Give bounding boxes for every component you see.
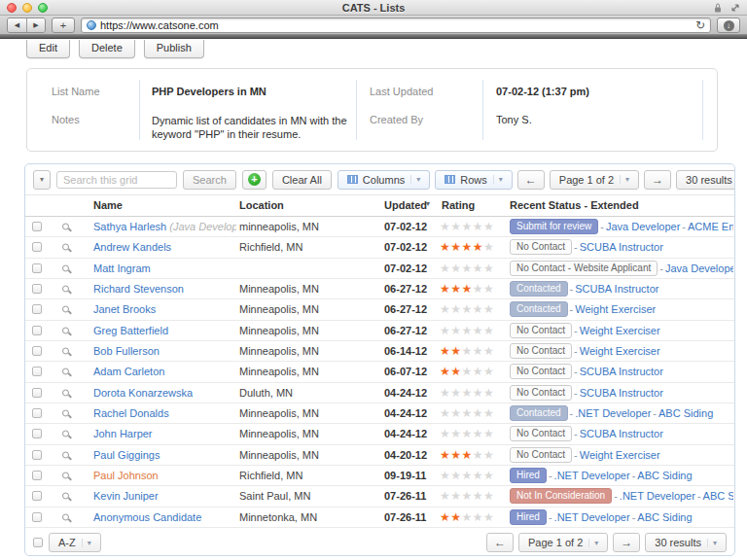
- candidate-link[interactable]: Sathya Harlesh: [93, 221, 166, 232]
- header-recent-status[interactable]: Recent Status - Extended: [510, 199, 639, 211]
- back-button[interactable]: ◀: [8, 18, 26, 32]
- header-name[interactable]: Name: [93, 199, 123, 211]
- status-link[interactable]: Java Developer: [665, 262, 733, 274]
- status-link[interactable]: .NET Developer: [554, 511, 630, 523]
- status-link[interactable]: Weight Exerciser: [580, 325, 660, 336]
- row-checkbox[interactable]: [32, 346, 42, 356]
- row-checkbox[interactable]: [32, 284, 42, 294]
- row-checkbox[interactable]: [32, 408, 42, 418]
- rows-dropdown[interactable]: Rows▾: [435, 170, 513, 190]
- status-link[interactable]: SCUBA Instructor: [580, 366, 663, 377]
- status-link[interactable]: Java Developer: [606, 221, 680, 232]
- candidate-link[interactable]: Janet Brooks: [93, 303, 156, 315]
- row-checkbox[interactable]: [32, 491, 42, 501]
- row-search-icon[interactable]: [62, 410, 69, 417]
- candidate-link[interactable]: Dorota Konarzewska: [93, 387, 193, 399]
- candidate-link[interactable]: Matt Ingram: [93, 262, 151, 274]
- row-search-icon[interactable]: [62, 224, 69, 230]
- edit-button[interactable]: Edit: [26, 40, 70, 58]
- close-window-button[interactable]: [7, 3, 17, 13]
- candidate-link[interactable]: Andrew Kandels: [93, 241, 171, 253]
- header-updated[interactable]: Updated: [384, 199, 427, 211]
- search-input[interactable]: [56, 171, 177, 189]
- search-options-dropdown[interactable]: ▾: [33, 170, 51, 190]
- status-link[interactable]: SCUBA Instructor: [580, 387, 663, 399]
- row-checkbox[interactable]: [32, 242, 42, 252]
- columns-dropdown[interactable]: Columns▾: [338, 170, 430, 190]
- row-search-icon[interactable]: [62, 348, 69, 355]
- status-link[interactable]: SCUBA Instructor: [580, 428, 663, 439]
- row-search-icon[interactable]: [62, 244, 69, 251]
- candidate-link[interactable]: Richard Stevenson: [93, 283, 184, 295]
- status-link[interactable]: Weight Exerciser: [580, 345, 660, 357]
- status-link[interactable]: .NET Developer: [620, 490, 695, 502]
- prev-page-button[interactable]: ←: [517, 170, 545, 190]
- url-text[interactable]: https://www.catsone.com: [100, 19, 692, 31]
- candidate-link[interactable]: Rachel Donalds: [93, 407, 169, 419]
- row-search-icon[interactable]: [62, 389, 69, 396]
- resize-icon[interactable]: [730, 0, 740, 17]
- row-search-icon[interactable]: [62, 451, 69, 458]
- row-search-icon[interactable]: [62, 431, 69, 438]
- zoom-window-button[interactable]: [38, 3, 48, 13]
- status-link[interactable]: Weight Exerciser: [580, 449, 660, 461]
- clear-all-button[interactable]: Clear All: [272, 170, 332, 190]
- row-search-icon[interactable]: [62, 513, 69, 520]
- row-search-icon[interactable]: [62, 327, 69, 333]
- results-per-page-dropdown[interactable]: 30 results▾: [645, 533, 727, 552]
- row-checkbox[interactable]: [32, 450, 42, 460]
- candidate-link[interactable]: Bob Fullerson: [93, 345, 160, 357]
- status-link[interactable]: .NET Developer: [554, 470, 630, 481]
- address-bar[interactable]: https://www.catsone.com ↻: [81, 18, 711, 33]
- next-page-button[interactable]: →: [613, 533, 640, 552]
- status-link[interactable]: SCUBA Instructor: [580, 241, 663, 253]
- add-filter-button[interactable]: +: [242, 170, 267, 190]
- row-checkbox[interactable]: [32, 304, 42, 314]
- candidate-link[interactable]: Adam Carleton: [93, 366, 164, 377]
- row-search-icon[interactable]: [62, 286, 69, 293]
- row-search-icon[interactable]: [62, 472, 69, 479]
- row-checkbox[interactable]: [32, 388, 42, 398]
- row-checkbox[interactable]: [32, 263, 42, 273]
- delete-button[interactable]: Delete: [79, 40, 135, 58]
- select-all-checkbox[interactable]: [33, 538, 43, 547]
- status-link[interactable]: ABC Siding: [658, 407, 713, 419]
- row-checkbox[interactable]: [32, 512, 42, 522]
- forward-button[interactable]: ▶: [26, 18, 45, 32]
- header-rating[interactable]: Rating: [442, 199, 475, 211]
- status-link[interactable]: ABC Siding: [637, 511, 692, 523]
- status-link[interactable]: ACME Enterpris: [688, 221, 733, 232]
- row-checkbox[interactable]: [32, 429, 42, 438]
- status-link[interactable]: SCUBA Instructor: [575, 283, 658, 295]
- row-search-icon[interactable]: [62, 368, 69, 375]
- status-link[interactable]: Weight Exerciser: [575, 303, 656, 315]
- candidate-link[interactable]: Paul Johnson: [93, 470, 159, 481]
- row-search-icon[interactable]: [62, 264, 69, 271]
- row-checkbox[interactable]: [32, 471, 42, 480]
- row-checkbox[interactable]: [32, 367, 42, 376]
- status-link[interactable]: ABC Siding: [703, 490, 733, 502]
- header-location[interactable]: Location: [239, 199, 284, 211]
- candidate-link[interactable]: Paul Giggings: [93, 449, 160, 461]
- candidate-link[interactable]: Greg Batterfield: [93, 325, 168, 336]
- row-checkbox[interactable]: [32, 222, 42, 231]
- candidate-link[interactable]: Anonymous Candidate: [93, 511, 201, 523]
- next-page-button[interactable]: →: [644, 170, 671, 190]
- page-dropdown[interactable]: Page 1 of 2▾: [518, 533, 608, 552]
- publish-button[interactable]: Publish: [144, 40, 204, 58]
- prev-page-button[interactable]: ←: [486, 533, 514, 552]
- row-checkbox[interactable]: [32, 326, 42, 335]
- status-link[interactable]: ABC Siding: [637, 470, 692, 481]
- downloads-button[interactable]: ↓: [717, 18, 740, 33]
- row-search-icon[interactable]: [62, 493, 69, 500]
- candidate-link[interactable]: John Harper: [93, 428, 153, 439]
- sort-caret-icon[interactable]: ▾: [426, 199, 430, 208]
- refresh-icon[interactable]: ↻: [695, 20, 705, 30]
- results-per-page-dropdown[interactable]: 30 results▾: [676, 170, 735, 190]
- candidate-link[interactable]: Kevin Juniper: [93, 490, 159, 502]
- sort-az-dropdown[interactable]: A-Z▾: [49, 533, 101, 552]
- row-search-icon[interactable]: [62, 306, 69, 313]
- search-button[interactable]: Search: [183, 170, 236, 190]
- status-link[interactable]: .NET Developer: [575, 407, 651, 419]
- minimize-window-button[interactable]: [22, 3, 32, 13]
